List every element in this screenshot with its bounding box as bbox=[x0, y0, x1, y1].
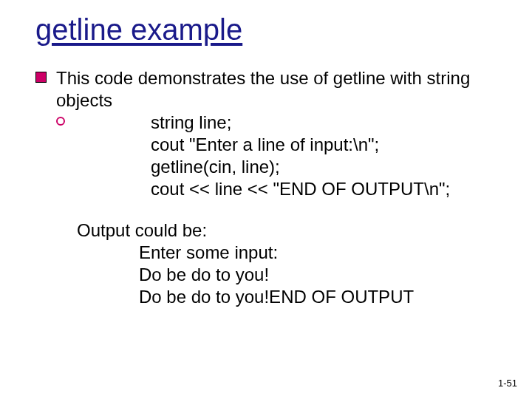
output-block: Enter some input: Do be do to you! Do be… bbox=[139, 242, 514, 308]
output-heading: Output could be: bbox=[77, 219, 514, 242]
slide: getline example This code demonstrates t… bbox=[0, 0, 532, 399]
code-line: cout "Enter a line of input:\n"; bbox=[151, 134, 514, 156]
code-block: string line; cout "Enter a line of input… bbox=[151, 112, 514, 200]
output-line: Enter some input: bbox=[139, 242, 514, 264]
slide-title: getline example bbox=[35, 13, 514, 47]
bullet-level2: string line; cout "Enter a line of input… bbox=[35, 112, 514, 200]
page-number: 1-51 bbox=[498, 378, 517, 389]
body-content: This code demonstrates the use of getlin… bbox=[35, 67, 514, 308]
code-line: getline(cin, line); bbox=[151, 156, 514, 178]
output-line: Do be do to you! bbox=[139, 264, 514, 286]
code-line: cout << line << "END OF OUTPUT\n"; bbox=[151, 178, 514, 200]
bullet-level1: This code demonstrates the use of getlin… bbox=[35, 67, 514, 112]
code-line: string line; bbox=[151, 112, 514, 134]
square-bullet-icon bbox=[35, 72, 47, 83]
output-line: Do be do to you!END OF OUTPUT bbox=[139, 286, 514, 308]
circle-bullet-icon bbox=[56, 117, 65, 126]
bullet-text: This code demonstrates the use of getlin… bbox=[56, 68, 470, 110]
